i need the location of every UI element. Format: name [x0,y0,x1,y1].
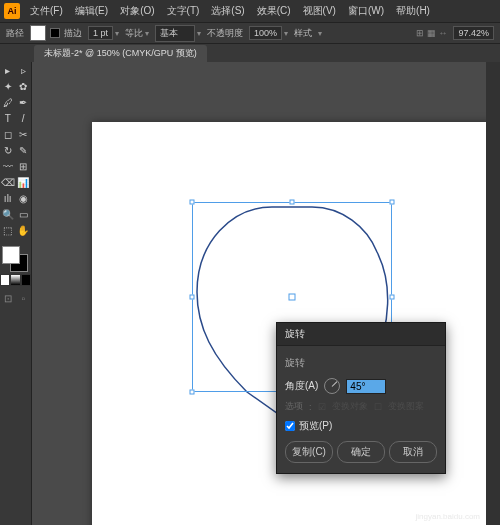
stroke-label: 描边 [64,27,82,40]
warp-tool[interactable]: 〰 [0,158,16,174]
hand-tool[interactable]: ⬚ [0,222,16,238]
sel-handle[interactable] [190,295,195,300]
topbar-label: 路径 [6,27,24,40]
pen-tool[interactable]: 🖊 [0,94,16,110]
menu-view[interactable]: 视图(V) [299,2,340,20]
lasso-tool[interactable]: ✿ [16,78,32,94]
copy-button[interactable]: 复制(C) [285,441,333,463]
angle-input[interactable] [346,379,386,394]
opacity-label: 不透明度 [207,27,243,40]
zoom-tool[interactable]: 🔍 [0,206,16,222]
menu-edit[interactable]: 编辑(E) [71,2,112,20]
opt-objects: 变换对象 [332,400,368,413]
chevron-down-icon[interactable]: ▾ [115,29,119,38]
document-tab[interactable]: 未标题-2* @ 150% (CMYK/GPU 预览) [34,45,207,62]
color-mode-fill[interactable] [0,274,10,286]
menu-file[interactable]: 文件(F) [26,2,67,20]
eraser-tool[interactable]: ⌫ [0,174,16,190]
uniform-label: 等比 [125,27,143,40]
stroke-swatch[interactable] [50,28,60,38]
artboard-tool[interactable]: ◉ [16,190,32,206]
type-tool[interactable]: T [0,110,16,126]
magic-wand-tool[interactable]: ✦ [0,78,16,94]
sel-handle[interactable] [290,200,295,205]
sel-handle[interactable] [190,390,195,395]
menu-select[interactable]: 选择(S) [207,2,248,20]
sel-center[interactable] [289,294,296,301]
color-picker[interactable] [0,244,32,274]
free-transform-tool[interactable]: ⊞ [16,158,32,174]
ok-button[interactable]: 确定 [337,441,385,463]
style-label: 样式 [294,27,312,40]
column-graph-tool[interactable]: ılı [0,190,16,206]
opt-patterns: 变换图案 [388,400,424,413]
draw-mode-icon[interactable]: ▫ [16,290,32,306]
line-tool[interactable]: / [16,110,32,126]
menu-window[interactable]: 窗口(W) [344,2,388,20]
screen-mode-icon[interactable]: ⊡ [0,290,16,306]
options-label: 选项 [285,400,303,413]
curvature-tool[interactable]: ✒ [16,94,32,110]
zoom-value[interactable]: 97.42% [453,26,494,40]
rotate-dialog: 旋转 旋转 角度(A) 选项: ☑变换对象 ☐变换图案 预览(P) [276,322,446,474]
menu-bar: Ai 文件(F) 编辑(E) 对象(O) 文字(T) 选择(S) 效果(C) 视… [0,0,500,22]
slice-tool[interactable]: ▭ [16,206,32,222]
color-mode-gradient[interactable] [10,274,20,286]
color-mode-none[interactable] [21,274,31,286]
opacity-value[interactable]: 100% [249,26,282,40]
stroke-weight[interactable]: 1 pt [88,26,113,40]
cancel-button[interactable]: 取消 [389,441,437,463]
print-tiling-tool[interactable]: ✋ [16,222,32,238]
sel-handle[interactable] [390,200,395,205]
dialog-title: 旋转 [277,323,445,346]
canvas[interactable]: 旋转 旋转 角度(A) 选项: ☑变换对象 ☐变换图案 预览(P) [32,62,486,525]
direct-selection-tool[interactable]: ▹ [16,62,32,78]
rotate-tool[interactable]: ↻ [0,142,16,158]
graph-tool[interactable]: 📊 [16,174,32,190]
selection-tool[interactable]: ▸ [0,62,16,78]
sel-handle[interactable] [190,200,195,205]
scissors-tool[interactable]: ✂ [16,126,32,142]
angle-label: 角度(A) [285,379,318,393]
app-icon: Ai [4,3,20,19]
pencil-tool[interactable]: ✎ [16,142,32,158]
preview-checkbox[interactable] [285,421,295,431]
angle-dial[interactable] [324,378,340,394]
brush-def[interactable]: 基本 [155,25,195,42]
right-panel-strip[interactable] [486,62,500,525]
tool-panel: ▸▹ ✦✿ 🖊✒ T/ ◻✂ ↻✎ 〰⊞ ⌫📊 ılı◉ 🔍▭ ⬚✋ ⊡▫ [0,62,32,525]
fill-swatch[interactable] [30,25,46,41]
sel-handle[interactable] [390,295,395,300]
dialog-section-label: 旋转 [285,356,437,370]
menu-object[interactable]: 对象(O) [116,2,158,20]
tab-bar: 未标题-2* @ 150% (CMYK/GPU 预览) [0,44,500,62]
menu-type[interactable]: 文字(T) [163,2,204,20]
rectangle-tool[interactable]: ◻ [0,126,16,142]
preview-label: 预览(P) [299,419,332,433]
menu-effect[interactable]: 效果(C) [253,2,295,20]
control-bar: 路径 描边 1 pt▾ 等比▾ 基本▾ 不透明度 100%▾ 样式 ▾ ⊞ ▦ … [0,22,500,44]
menu-help[interactable]: 帮助(H) [392,2,434,20]
